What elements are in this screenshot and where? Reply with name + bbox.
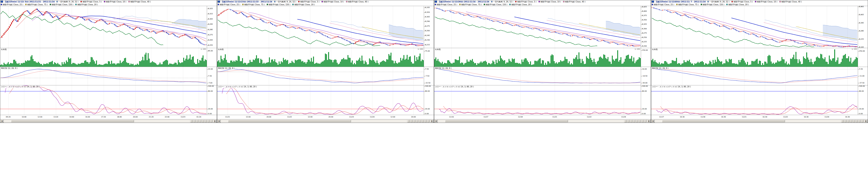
axis-tick: 0.00 <box>208 113 212 115</box>
chart-tool-button[interactable] <box>861 120 864 122</box>
scroll-track[interactable] <box>4 120 190 123</box>
chart-tool-button[interactable] <box>847 120 849 122</box>
time-label: 11/24 <box>825 116 829 118</box>
scroll-right-button[interactable]: ▶ <box>430 120 434 123</box>
scroll-thumb[interactable] <box>662 120 785 122</box>
volume-canvas[interactable] <box>651 48 858 67</box>
chart-tool-button[interactable] <box>624 120 627 122</box>
price-chart-canvas[interactable] <box>434 6 641 48</box>
chart-tool-button[interactable] <box>424 120 427 122</box>
chart-tool-button[interactable] <box>633 120 636 122</box>
volume-canvas[interactable] <box>434 48 641 67</box>
scroll-right-button[interactable]: ▶ <box>864 120 868 123</box>
volume-unit-label: (x 100) <box>201 48 206 50</box>
axis-tick: 8,230 <box>425 39 430 41</box>
stochastics-section: スロー・ストキャスティクス( 14, 3, 80, 20 ) 100.0080.… <box>0 85 217 115</box>
scroll-thumb[interactable] <box>445 120 568 122</box>
indicator-label: 移動平均線( Close, 40 ) <box>565 0 586 3</box>
chart-tool-button[interactable] <box>416 120 418 122</box>
time-label: 20:00 <box>267 116 271 118</box>
chart-tool-button[interactable] <box>427 120 430 122</box>
macd-section: MACD( 12, 26, 9 ) 7.50-7.50-22.50 <box>217 67 434 85</box>
chart-window-icon[interactable] <box>218 1 220 3</box>
chart-tool-button[interactable] <box>639 120 641 122</box>
time-axis: 11/1611/1711/1811/2111/2211/24 <box>434 115 651 119</box>
chart-tool-button[interactable] <box>196 120 198 122</box>
scroll-thumb[interactable] <box>228 120 351 122</box>
chart-tool-button[interactable] <box>205 120 207 122</box>
scroll-left-button[interactable]: ◀ <box>651 120 655 123</box>
scroll-left-button[interactable]: ◀ <box>434 120 438 123</box>
volume-canvas[interactable] <box>217 48 424 67</box>
chart-tool-button[interactable] <box>210 120 213 122</box>
chart-tool-button[interactable] <box>852 120 855 122</box>
stoch-canvas[interactable] <box>434 85 641 115</box>
price-chart-canvas[interactable] <box>0 6 207 48</box>
chart-tool-button[interactable] <box>850 120 852 122</box>
chart-window-icon[interactable] <box>435 1 437 3</box>
chart-tool-button[interactable] <box>858 120 861 122</box>
chart-window-icon[interactable] <box>652 1 654 3</box>
time-axis: 09:2010:4012:0013:2014:4016:0017:2018:40… <box>0 115 217 119</box>
chart-tool-button[interactable] <box>641 120 644 122</box>
time-label: 12:00 <box>308 116 313 118</box>
axis-tick: -7.50 <box>425 75 429 77</box>
price-axis: 8,3258,3158,3058,2958,2858,2758,2658,255 <box>207 6 217 48</box>
chart-tool-button[interactable] <box>199 120 202 122</box>
time-label: 16:30 <box>721 116 726 118</box>
scroll-track[interactable] <box>438 120 624 123</box>
scroll-right-button[interactable]: ▶ <box>647 120 651 123</box>
chart-tool-button[interactable] <box>630 120 632 122</box>
indicator-list-row1: 一目均衡表( 9, 26, 52 )移動平均線( Close, 5 )移動平均線… <box>491 0 586 3</box>
price-chart-canvas[interactable] <box>651 6 858 48</box>
macd-canvas[interactable] <box>0 67 207 85</box>
chart-tool-button[interactable] <box>407 120 410 122</box>
stoch-canvas[interactable] <box>217 85 424 115</box>
indicator-item: 移動平均線( Close, 25 ) <box>652 3 674 6</box>
chart-tool-button[interactable] <box>207 120 210 122</box>
chart-tool-button[interactable] <box>202 120 204 122</box>
stoch-canvas[interactable] <box>651 85 858 115</box>
macd-axis: 22.007.50-7.00 <box>207 67 217 85</box>
volume-canvas[interactable] <box>0 48 207 67</box>
chart-tool-button[interactable] <box>422 120 424 122</box>
panel-header-row2: 移動平均線( Close, 25 )移動平均線( Close, 75 )移動平均… <box>0 3 217 6</box>
panel-header-row1: 日経225mini 11/12(30分) 2011/11/16 - 2011/1… <box>434 0 651 3</box>
chart-tool-button[interactable] <box>190 120 193 122</box>
macd-canvas[interactable] <box>651 67 858 85</box>
chart-toolbar <box>624 120 647 122</box>
chart-tool-button[interactable] <box>193 120 196 122</box>
volume-unit-label: (x 100) <box>852 48 857 50</box>
chart-tool-button[interactable] <box>413 120 415 122</box>
scroll-thumb[interactable] <box>11 120 134 122</box>
hscrollbar[interactable]: ◀ ▶ <box>434 119 651 123</box>
price-chart-canvas[interactable] <box>217 6 424 48</box>
macd-canvas[interactable] <box>217 67 424 85</box>
chart-tool-button[interactable] <box>410 120 413 122</box>
axis-tick: 8,325 <box>208 8 213 9</box>
axis-tick: 8,250 <box>642 37 647 38</box>
axis-tick: 20.00 <box>208 108 213 110</box>
hscrollbar[interactable]: ◀ ▶ <box>217 119 434 123</box>
chart-tool-button[interactable] <box>627 120 630 122</box>
panel-header-row1: 日経225mini 11/12(60分) 2011/11/ 7 - 2011/1… <box>651 0 868 3</box>
chart-tool-button[interactable] <box>856 120 858 122</box>
macd-canvas[interactable] <box>434 67 641 85</box>
hscrollbar[interactable]: ◀ ▶ <box>651 119 868 123</box>
time-label: 11/18 <box>518 116 523 118</box>
chart-tool-button[interactable] <box>844 120 847 122</box>
chart-tool-button[interactable] <box>636 120 638 122</box>
chart-tool-button[interactable] <box>841 120 844 122</box>
axis-tick: 85.00 <box>208 50 213 52</box>
scroll-track[interactable] <box>655 120 841 123</box>
chart-window-icon[interactable] <box>1 1 3 3</box>
hscrollbar[interactable]: ◀ ▶ <box>0 119 217 123</box>
scroll-left-button[interactable]: ◀ <box>217 120 221 123</box>
chart-tool-button[interactable] <box>644 120 647 122</box>
stoch-axis: 100.0080.0020.000.00 <box>424 85 434 115</box>
scroll-left-button[interactable]: ◀ <box>0 120 4 123</box>
scroll-right-button[interactable]: ▶ <box>213 120 217 123</box>
chart-tool-button[interactable] <box>418 120 421 122</box>
scroll-track[interactable] <box>221 120 407 123</box>
stoch-canvas[interactable] <box>0 85 207 115</box>
